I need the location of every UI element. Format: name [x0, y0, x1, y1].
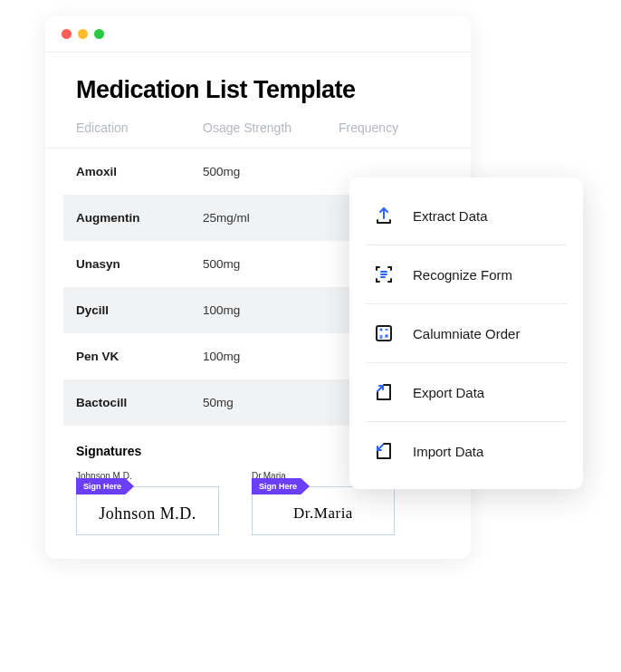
maximize-icon[interactable]: [94, 29, 104, 39]
cell-strength: 500mg: [203, 165, 339, 178]
action-label: Extract Data: [413, 208, 488, 224]
cell-name: Dycill: [76, 303, 203, 317]
header-medication: Edication: [76, 120, 203, 135]
cell-strength: 100mg: [203, 350, 339, 363]
cell-name: Pen VK: [76, 350, 203, 363]
action-label: Calumniate Order: [413, 326, 520, 341]
signature-block: Johnson M.D. Sign Here Johnson M.D.: [76, 471, 219, 535]
svg-rect-0: [377, 326, 391, 341]
form-scan-icon: [373, 264, 395, 285]
sign-here-tag[interactable]: Sign Here: [252, 478, 310, 494]
import-icon: [373, 440, 395, 462]
window-titlebar: [45, 16, 471, 52]
cell-strength: 50mg: [203, 396, 339, 409]
cell-name: Bactocill: [76, 396, 203, 409]
calumniate-order-button[interactable]: Calumniate Order: [349, 304, 583, 362]
cell-strength: 500mg: [203, 257, 339, 271]
extract-data-button[interactable]: Extract Data: [349, 187, 583, 245]
header-frequency: Frequency: [339, 120, 440, 135]
signature-field[interactable]: Sign Here Johnson M.D.: [76, 486, 219, 535]
recognize-form-button[interactable]: Recognize Form: [349, 245, 583, 303]
minimize-icon[interactable]: [78, 29, 88, 39]
table-header: Edication Osage Strength Frequency: [45, 120, 471, 148]
page-title: Medication List Template: [45, 53, 471, 120]
header-strength: Osage Strength: [203, 120, 339, 135]
export-data-button[interactable]: Export Data: [349, 363, 583, 421]
upload-icon: [373, 205, 395, 226]
cell-name: Unasyn: [76, 257, 203, 271]
calculate-icon: [373, 322, 395, 344]
cell-name: Amoxil: [76, 165, 203, 178]
signature-field[interactable]: Sign Here Dr.Maria: [252, 486, 395, 535]
sign-here-tag[interactable]: Sign Here: [76, 478, 134, 494]
action-label: Recognize Form: [413, 267, 512, 283]
close-icon[interactable]: [62, 29, 72, 39]
cell-strength: 25mg/ml: [203, 211, 339, 225]
cell-strength: 100mg: [203, 303, 339, 317]
signature-text: Johnson M.D.: [99, 504, 196, 523]
action-label: Export Data: [413, 385, 484, 400]
signature-text: Dr.Maria: [293, 504, 353, 523]
import-data-button[interactable]: Import Data: [349, 422, 583, 480]
export-icon: [373, 381, 395, 403]
cell-name: Augmentin: [76, 211, 203, 225]
action-label: Import Data: [413, 444, 483, 459]
action-menu: Extract Data Recognize Form Calumniate O…: [349, 178, 583, 489]
